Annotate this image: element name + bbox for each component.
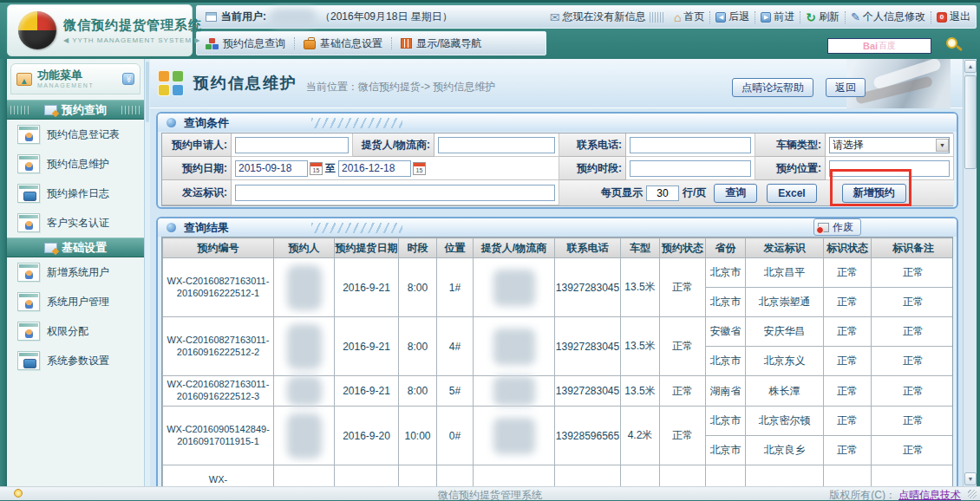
phone-input[interactable] <box>630 137 751 153</box>
edit-profile-icon <box>851 10 860 23</box>
table-row[interactable]: WX-C20160905142849-20160917011915-1 2016… <box>163 407 954 436</box>
page-size-suffix: 行/页 <box>683 185 706 200</box>
search-button[interactable]: 查询 <box>714 184 757 203</box>
sidebar: 功能菜单 MANAGEMENT 预约查询 预约信息登记表 预约信息维护 <box>0 59 150 486</box>
window-person-icon <box>17 154 40 173</box>
logout-icon <box>937 12 947 23</box>
toolbar-toggle-nav[interactable]: 显示/隐藏导航 <box>392 36 490 51</box>
window-monitor-icon <box>17 184 40 203</box>
redacted-name <box>287 324 322 369</box>
quick-toolbar: 预约信息查询 基础信息设置 显示/隐藏导航 <box>196 31 546 55</box>
query-panel: 查询条件 预约申请人: 提货人/物流商: 联系电话: 车辆类型: 请选择 预约日… <box>156 112 958 209</box>
date-separator: 至 <box>325 161 336 176</box>
nav-home[interactable]: 首页 <box>669 10 709 24</box>
main-content: 预约信息维护 当前位置：微信预约提货-> 预约信息维护 点晴论坛帮助 返回 查询… <box>150 59 963 486</box>
baidu-watermark-cn: 百度 <box>879 40 896 52</box>
calendar-icon[interactable]: 15 <box>413 162 426 175</box>
nav-back[interactable]: 后退 <box>710 10 755 24</box>
window-monitor-icon <box>17 351 40 370</box>
toolbar-booking-query[interactable]: 预约信息查询 <box>197 36 294 51</box>
chevron-down-icon <box>936 139 949 152</box>
top-header: 当前用户: （2016年09月18日 星期日） 您现在没有新信息 首页 后退 <box>0 3 980 59</box>
sidebar-left-frame <box>0 59 7 486</box>
table-row-partial[interactable]: WX- <box>163 465 954 487</box>
baidu-search-input[interactable]: Bai 百度 <box>827 38 931 54</box>
position-label: 预约位置: <box>755 157 826 180</box>
nav-edit-profile[interactable]: 个人信息修改 <box>846 10 931 24</box>
sidebar-section-booking-query[interactable]: 预约查询 <box>7 100 144 120</box>
message-area[interactable]: 您现在没有新信息 <box>550 10 646 24</box>
page-header: 预约信息维护 当前位置：微信预约提货-> 预约信息维护 点晴论坛帮助 返回 <box>150 59 963 108</box>
date-to-input[interactable] <box>338 160 411 177</box>
sphere-icon <box>167 223 176 232</box>
timeslot-label: 预约时段: <box>559 157 626 180</box>
query-controls: 每页显示 行/页 查询 Excel 新增预约 <box>559 180 954 205</box>
page-size-prefix: 每页显示 <box>601 185 643 200</box>
toolbar-basic-settings[interactable]: 基础信息设置 <box>295 36 391 51</box>
date-from-input[interactable] <box>235 160 308 177</box>
sidebar-item-permission[interactable]: 权限分配 <box>7 316 144 346</box>
main-scrollbar[interactable] <box>963 59 977 486</box>
sidebar-scrollbar[interactable] <box>144 59 150 486</box>
decorative-hatch <box>311 223 402 233</box>
sidebar-item-customer-verify[interactable]: 客户实名认证 <box>7 208 144 237</box>
redacted-name <box>287 376 322 406</box>
scrollbar-thumb[interactable] <box>964 75 977 169</box>
right-frame <box>977 59 980 486</box>
shipping-mark-input[interactable] <box>235 185 555 201</box>
timeslot-input[interactable] <box>630 160 751 177</box>
date-label: 预约日期: <box>162 157 232 180</box>
menu-title: 功能菜单 <box>37 69 94 81</box>
vehicle-type-value: 请选择 <box>833 138 864 153</box>
sidebar-item-booking-register[interactable]: 预约信息登记表 <box>7 120 144 149</box>
logo-icon <box>18 11 56 49</box>
home-icon <box>674 10 681 24</box>
window-person-icon <box>17 322 40 341</box>
sidebar-item-booking-maintain[interactable]: 预约信息维护 <box>7 149 144 179</box>
section-icon <box>44 243 57 253</box>
search-icon[interactable] <box>946 37 957 49</box>
position-input[interactable] <box>829 160 950 177</box>
table-row[interactable]: WX-C20160827163011-20160916222512-3 2016… <box>163 376 954 407</box>
section-icon <box>44 105 57 115</box>
table-row[interactable]: WX-C20160827163011-20160916222512-1 2016… <box>163 258 954 288</box>
add-booking-button[interactable]: 新增预约 <box>842 184 906 203</box>
sidebar-menu-header: 功能菜单 MANAGEMENT <box>10 63 140 94</box>
forward-icon <box>761 12 771 23</box>
redacted-name <box>287 413 322 459</box>
back-icon <box>715 12 726 23</box>
nav-forward[interactable]: 前进 <box>755 10 800 24</box>
nav-refresh[interactable]: 刷新 <box>800 10 845 24</box>
sidebar-item-user-manage[interactable]: 系统用户管理 <box>7 287 144 316</box>
sidebar-item-add-user[interactable]: 新增系统用户 <box>7 257 144 287</box>
sidebar-item-system-params[interactable]: 系统参数设置 <box>7 346 144 375</box>
forum-help-button[interactable]: 点晴论坛帮助 <box>732 78 813 97</box>
consignee-input[interactable] <box>438 137 555 153</box>
baidu-watermark-latin: Bai <box>863 41 878 51</box>
toggle-nav-icon <box>401 38 412 49</box>
applicant-input[interactable] <box>235 137 349 153</box>
vehicle-type-select[interactable]: 请选择 <box>829 137 950 153</box>
calendar-icon[interactable]: 15 <box>310 162 323 175</box>
scroll-up-icon[interactable] <box>964 60 977 73</box>
redacted-consignee <box>493 329 535 365</box>
page-size-input[interactable] <box>646 185 679 201</box>
app-window: 当前用户: （2016年09月18日 星期日） 您现在没有新信息 首页 后退 <box>0 0 980 501</box>
page-title-icon <box>158 70 186 98</box>
return-button[interactable]: 返回 <box>826 78 866 97</box>
results-panel-title: 查询结果 <box>184 220 229 236</box>
window-person-icon <box>17 213 40 232</box>
collapse-menu-icon[interactable] <box>122 73 134 85</box>
company-link[interactable]: 点晴信息技术 <box>898 488 961 501</box>
redacted-consignee <box>493 376 535 406</box>
excel-button[interactable]: Excel <box>767 184 816 203</box>
results-table: 预约编号 预约人 预约提货日期 时段 位置 提货人/物流商 联系电话 车型 预约… <box>162 237 953 486</box>
nav-logout[interactable]: 退出 <box>931 10 976 24</box>
sidebar-section-basic-settings[interactable]: 基础设置 <box>7 237 144 257</box>
table-row[interactable]: WX-C20160827163011-20160916222512-2 2016… <box>163 317 954 347</box>
sidebar-item-booking-log[interactable]: 预约操作日志 <box>7 179 144 208</box>
nav-divider-hatch <box>650 12 663 23</box>
app-subtitle: ◀ YYTH MANAGEMENT SYSTEM ▶ <box>63 36 202 44</box>
void-button[interactable]: 作废 <box>813 218 861 236</box>
scroll-down-icon[interactable] <box>964 472 977 485</box>
